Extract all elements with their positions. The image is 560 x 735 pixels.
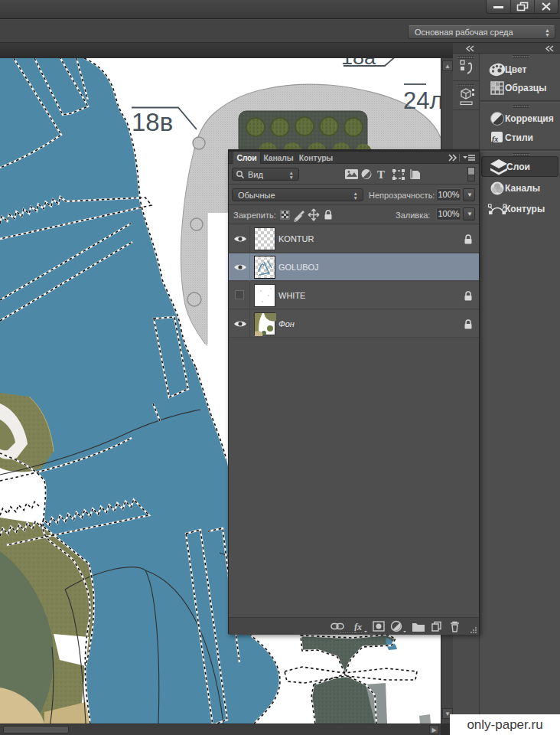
svg-text:24л: 24л xyxy=(403,87,441,114)
svg-text:18в: 18в xyxy=(132,108,173,136)
svg-text:T: T xyxy=(377,168,385,181)
svg-text:18а: 18а xyxy=(341,58,376,69)
svg-text:fx: fx xyxy=(492,135,498,143)
